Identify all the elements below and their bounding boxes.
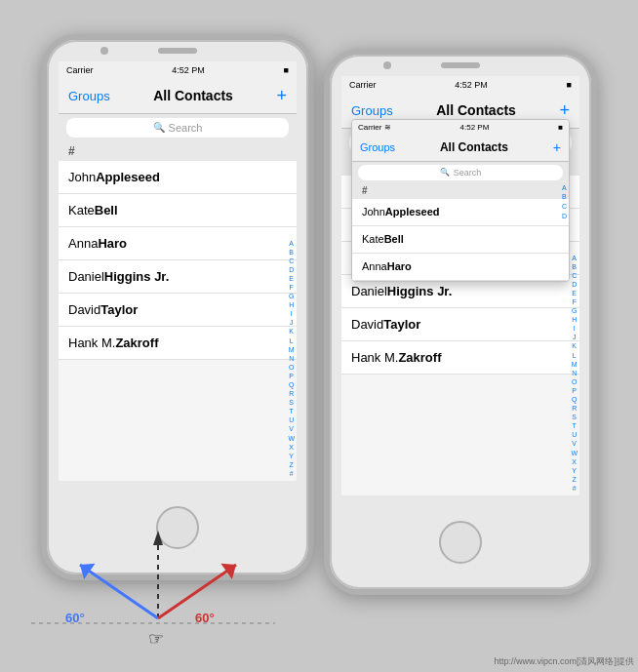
red-arrow-head <box>220 557 241 579</box>
left-search-icon: 🔍 <box>153 122 165 133</box>
mini-contact-0[interactable]: John Appleseed <box>352 199 569 226</box>
watermark: http://www.vipcn.com[清风网络]提供 <box>494 655 634 668</box>
left-contact-5[interactable]: Hank M. Zakroff <box>59 327 297 360</box>
hand-icon: ☞ <box>148 629 164 649</box>
right-alpha-sidebar[interactable]: A B C D E F G H I J K L M N O P Q <box>571 254 578 494</box>
left-phone: Carrier 4:52 PM ■ Groups All Contacts + … <box>41 34 314 580</box>
right-phone-top <box>330 55 591 76</box>
right-screen: Carrier 4:52 PM ■ Groups All Contacts + … <box>341 76 579 495</box>
mini-contact-list: # John Appleseed Kate Bell Anna Haro A B… <box>352 183 569 281</box>
left-speaker <box>158 48 197 54</box>
annotation-svg: ☞ <box>12 526 295 662</box>
left-contact-area: # John Appleseed Kate Bell Anna Haro Dan… <box>59 141 297 360</box>
right-time: 4:52 PM <box>455 80 488 90</box>
left-alpha-sidebar[interactable]: A B C D E F G H I J K L M N O P Q <box>288 239 295 479</box>
left-search-bar: 🔍 Search <box>59 114 297 141</box>
mini-search-placeholder: Search <box>454 168 482 178</box>
right-contact-5[interactable]: Hank M. Zakroff <box>341 341 579 375</box>
left-nav-bar: Groups All Contacts + <box>59 79 297 114</box>
mini-section-hash: # <box>352 183 569 199</box>
left-nav-title: All Contacts <box>153 88 233 103</box>
left-contact-4[interactable]: David Taylor <box>59 294 297 327</box>
left-search-input[interactable]: 🔍 Search <box>66 118 289 138</box>
right-carrier: Carrier <box>349 80 377 90</box>
mini-contact-1[interactable]: Kate Bell <box>352 226 569 254</box>
blue-arrow-line <box>80 565 158 618</box>
mini-nav-title: All Contacts <box>440 140 508 154</box>
mini-time: 4:52 PM <box>460 123 490 132</box>
left-annotation: ☞ 60° 60° <box>12 526 295 662</box>
blue-arrow-head <box>74 557 95 579</box>
up-arrow-head <box>153 531 163 545</box>
mini-search-bar: 🔍 Search <box>352 162 569 183</box>
right-battery: ■ <box>567 80 572 90</box>
main-container: Carrier 4:52 PM ■ Groups All Contacts + … <box>0 0 638 672</box>
mini-carrier: Carrier ≋ <box>358 123 391 132</box>
left-phone-top <box>47 40 308 61</box>
mini-search-icon: 🔍 <box>440 168 450 177</box>
left-contact-1[interactable]: Kate Bell <box>59 194 297 227</box>
right-phone-bottom <box>439 495 482 589</box>
right-speaker <box>441 62 480 68</box>
angle-right-label: 60° <box>195 611 215 625</box>
mini-search-input[interactable]: 🔍 Search <box>358 165 563 180</box>
mini-groups-button[interactable]: Groups <box>360 141 395 153</box>
mini-alpha-sidebar[interactable]: A B C D <box>562 183 567 221</box>
left-groups-button[interactable]: Groups <box>68 89 110 103</box>
left-search-placeholder: Search <box>169 122 203 134</box>
left-camera <box>100 47 108 55</box>
mini-nav-bar: Groups All Contacts + <box>352 135 569 162</box>
left-carrier: Carrier <box>66 65 94 75</box>
right-groups-button[interactable]: Groups <box>351 103 393 118</box>
mini-status-bar: Carrier ≋ 4:52 PM ■ <box>352 120 569 135</box>
left-contact-2[interactable]: Anna Haro <box>59 227 297 260</box>
right-camera <box>383 61 391 69</box>
left-section-hash: # <box>59 141 297 161</box>
right-phone: Carrier 4:52 PM ■ Groups All Contacts + … <box>324 49 597 595</box>
left-contact-list: # John Appleseed Kate Bell Anna Haro Dan… <box>59 141 297 360</box>
mini-phone-overlay: Carrier ≋ 4:52 PM ■ Groups All Contacts … <box>351 119 570 282</box>
right-nav-title: All Contacts <box>436 102 516 118</box>
mini-battery: ■ <box>558 123 563 132</box>
left-screen: Carrier 4:52 PM ■ Groups All Contacts + … <box>59 61 297 481</box>
right-status-bar: Carrier 4:52 PM ■ <box>341 76 579 94</box>
left-contact-0[interactable]: John Appleseed <box>59 161 297 194</box>
left-contact-3[interactable]: Daniel Higgins Jr. <box>59 260 297 294</box>
right-contact-4[interactable]: David Taylor <box>341 308 579 341</box>
mini-add-button[interactable]: + <box>553 139 561 155</box>
left-add-button[interactable]: + <box>276 86 287 106</box>
left-status-bar: Carrier 4:52 PM ■ <box>59 61 297 79</box>
angle-left-label: 60° <box>65 611 85 625</box>
left-battery: ■ <box>284 65 289 75</box>
left-time: 4:52 PM <box>172 65 205 75</box>
right-home-button[interactable] <box>439 521 482 564</box>
right-contact-area: # John Appleseed Kate Bell Anna Haro Dan… <box>341 156 579 375</box>
right-add-button[interactable]: + <box>559 100 570 121</box>
mini-contact-2[interactable]: Anna Haro <box>352 254 569 281</box>
